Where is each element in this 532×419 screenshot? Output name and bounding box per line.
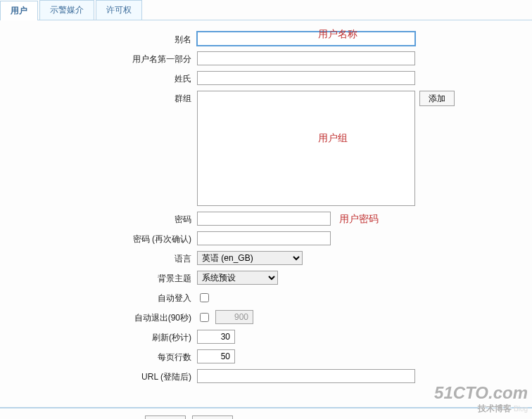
label-auto-logout: 自动退出(90秒)	[7, 310, 197, 324]
auto-logout-seconds-input	[215, 310, 253, 324]
annotation-username: 用户名称	[318, 28, 357, 41]
form-body: 别名 用户名称 用户名第一部分 姓氏 群组 添加 用户组 密码 用户密码 密码 …	[0, 20, 532, 400]
auto-login-checkbox[interactable]	[200, 293, 209, 302]
label-groups: 群组	[7, 91, 197, 105]
tab-permissions[interactable]: 许可权	[96, 0, 142, 20]
auto-logout-checkbox[interactable]	[200, 313, 209, 322]
tab-user[interactable]: 用户	[0, 1, 38, 20]
label-auto-login: 自动登入	[7, 290, 197, 304]
label-password: 密码	[7, 212, 197, 226]
theme-select[interactable]: 系统预设	[197, 271, 278, 285]
rows-per-page-input[interactable]	[197, 349, 235, 363]
language-select[interactable]: 英语 (en_GB)	[197, 251, 303, 265]
password-input[interactable]	[197, 212, 331, 226]
label-refresh: 刷新(秒计)	[7, 330, 197, 344]
groups-textarea[interactable]	[197, 91, 415, 206]
tab-alert-media[interactable]: 示警媒介	[39, 0, 94, 20]
annotation-userpassword: 用户密码	[339, 212, 379, 226]
alias-input[interactable]	[197, 32, 415, 46]
username-first-input[interactable]	[197, 51, 415, 65]
tabs-bar: 用户 示警媒介 许可权	[0, 0, 532, 20]
label-alias: 别名	[7, 32, 197, 46]
label-rows-per-page: 每页行数	[7, 349, 197, 363]
annotation-usergroup: 用户组	[318, 132, 348, 145]
label-theme: 背景主题	[7, 271, 197, 285]
label-language: 语言	[7, 251, 197, 265]
url-after-login-input[interactable]	[197, 369, 415, 383]
label-surname: 姓氏	[7, 71, 197, 85]
label-url-after-login: URL (登陆后)	[7, 369, 197, 383]
add-button[interactable]: 添加	[145, 415, 186, 419]
cancel-button[interactable]: 取消	[192, 415, 233, 419]
label-password-confirm: 密码 (再次确认)	[7, 231, 197, 245]
footer-actions: 添加 取消	[0, 407, 532, 419]
refresh-input[interactable]	[197, 330, 235, 344]
surname-input[interactable]	[197, 71, 415, 85]
label-username-first: 用户名第一部分	[7, 51, 197, 65]
password-confirm-input[interactable]	[197, 231, 331, 245]
add-group-button[interactable]: 添加	[419, 91, 455, 106]
